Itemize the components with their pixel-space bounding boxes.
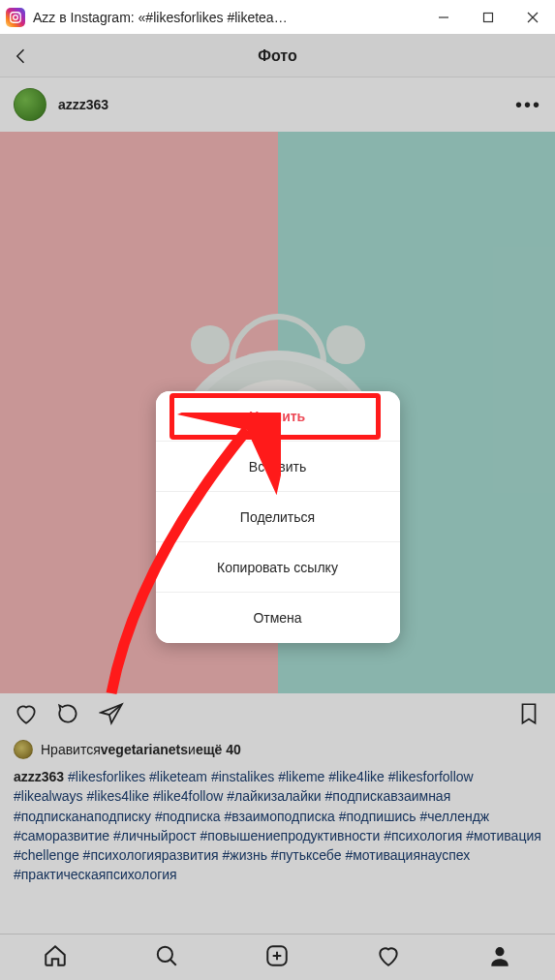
hashtag[interactable]: #лайкизалайки [223, 788, 321, 804]
hashtag[interactable]: #подпискавзаимная [322, 788, 451, 804]
hashtag[interactable]: #мотивация [462, 828, 541, 843]
bookmark-button[interactable] [516, 701, 541, 730]
back-button[interactable] [12, 35, 31, 77]
window-title: Azz в Instagram: «#likesforlikes #likete… [33, 10, 421, 25]
hashtag[interactable]: #подпишись [335, 809, 416, 824]
hashtag[interactable]: #взаимоподписка [221, 809, 335, 824]
svg-rect-4 [484, 13, 493, 21]
window-minimize-button[interactable] [421, 0, 466, 34]
nav-home[interactable] [43, 943, 68, 972]
nav-profile[interactable] [487, 943, 512, 972]
hashtag[interactable]: #likealways [14, 788, 83, 804]
likes-middle: и [188, 742, 196, 757]
likes-prefix: Нравится [41, 742, 101, 757]
like-button[interactable] [14, 701, 39, 730]
window-maximize-button[interactable] [466, 0, 510, 34]
svg-point-1 [14, 15, 18, 19]
post-username[interactable]: azzz363 [58, 97, 515, 112]
nav-add-post[interactable] [264, 943, 290, 972]
window-close-button[interactable] [510, 0, 555, 34]
likes-count: ещё 40 [196, 742, 241, 757]
modal-embed[interactable]: Вставить [156, 442, 400, 492]
hashtag[interactable]: #likeme [274, 769, 324, 784]
svg-point-2 [18, 14, 19, 15]
share-button[interactable] [99, 701, 124, 730]
modal-copylink[interactable]: Копировать ссылку [156, 542, 400, 593]
likes-row[interactable]: Нравится vegetarianets и ещё 40 [0, 738, 555, 765]
hashtag[interactable]: #likesforlikes [68, 769, 145, 784]
nav-search[interactable] [154, 943, 179, 972]
svg-line-9 [170, 959, 176, 965]
hashtag[interactable]: #челлендж [416, 809, 490, 824]
svg-line-7 [109, 704, 122, 715]
hashtag[interactable]: #подписканаподписку [14, 809, 151, 824]
post-actions [0, 693, 555, 738]
hashtag[interactable]: #саморазвитие [14, 828, 109, 843]
comment-button[interactable] [56, 701, 81, 730]
hashtag[interactable]: #like4like [324, 769, 384, 784]
app-header: Фото [0, 35, 555, 77]
options-modal: Удалить Вставить Поделиться Копировать с… [156, 391, 400, 643]
hashtag[interactable]: #путьксебе [267, 847, 342, 863]
hashtag[interactable]: #instalikes [207, 769, 274, 784]
hashtag[interactable]: #подписка [151, 809, 221, 824]
window-titlebar: Azz в Instagram: «#likesforlikes #likete… [0, 0, 555, 35]
more-options-button[interactable]: ••• [515, 94, 541, 116]
hashtag[interactable]: #like4follow [149, 788, 223, 804]
hashtag[interactable]: #liketeam [145, 769, 207, 784]
modal-cancel[interactable]: Отмена [156, 593, 400, 643]
liker-name: vegetarianets [101, 742, 188, 757]
bottom-nav [0, 934, 555, 980]
hashtag[interactable]: #практическаяпсихология [14, 867, 177, 882]
hashtag[interactable]: #likesforfollow [385, 769, 474, 784]
hashtag[interactable]: #психология [380, 828, 462, 843]
hashtag[interactable]: #психологияразвития [79, 847, 219, 863]
hashtag[interactable]: #мотивациянауспех [342, 847, 471, 863]
nav-activity[interactable] [376, 943, 401, 972]
post-caption: azzz363 #likesforlikes #liketeam #instal… [0, 765, 555, 893]
post-header: azzz363 ••• [0, 77, 555, 132]
svg-rect-0 [11, 12, 21, 22]
hashtag[interactable]: #chellenge [14, 847, 79, 863]
avatar[interactable] [14, 88, 46, 121]
modal-delete[interactable]: Удалить [156, 391, 400, 442]
page-title: Фото [258, 47, 296, 65]
hashtag[interactable]: #жизнь [219, 847, 267, 863]
liker-avatar [14, 740, 33, 759]
hashtag[interactable]: #likes4like [83, 788, 149, 804]
hashtag[interactable]: #личныйрост [109, 828, 197, 843]
caption-author[interactable]: azzz363 [14, 769, 64, 784]
instagram-app-icon [6, 8, 25, 27]
modal-share[interactable]: Поделиться [156, 492, 400, 542]
hashtag[interactable]: #повышениепродуктивности [197, 828, 381, 843]
svg-point-8 [158, 946, 172, 961]
svg-point-13 [495, 947, 504, 956]
